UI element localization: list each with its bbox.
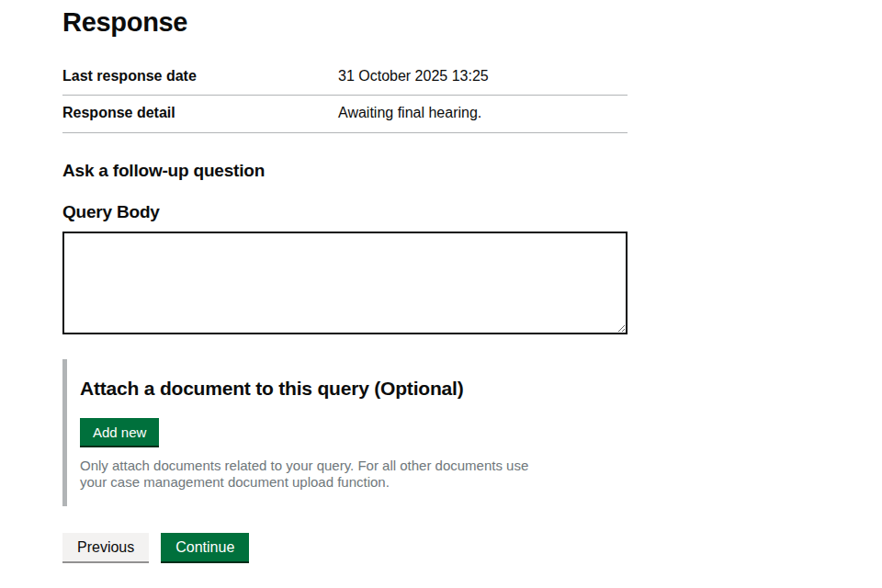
continue-button[interactable]: Continue xyxy=(161,533,249,561)
form-actions: Previous Continue xyxy=(62,533,628,561)
summary-row-response-detail: Response detail Awaiting final hearing. xyxy=(62,96,628,132)
add-new-button[interactable]: Add new xyxy=(80,418,159,446)
summary-label: Response detail xyxy=(62,105,338,121)
response-summary-list: Last response date 31 October 2025 13:25… xyxy=(62,59,628,133)
follow-up-heading: Ask a follow-up question xyxy=(62,133,628,181)
summary-value: Awaiting final hearing. xyxy=(338,105,628,121)
attach-document-heading: Attach a document to this query (Optiona… xyxy=(80,378,628,400)
summary-value: 31 October 2025 13:25 xyxy=(338,68,628,85)
page-title: Response xyxy=(62,0,628,38)
summary-row-last-response-date: Last response date 31 October 2025 13:25 xyxy=(62,59,628,96)
summary-label: Last response date xyxy=(62,68,338,85)
main-content: Response Last response date 31 October 2… xyxy=(62,0,628,588)
previous-button[interactable]: Previous xyxy=(62,533,149,561)
attach-document-hint: Only attach documents related to your qu… xyxy=(80,458,554,492)
attach-document-section: Attach a document to this query (Optiona… xyxy=(62,359,628,507)
query-body-label: Query Body xyxy=(62,202,628,222)
query-body-textarea[interactable] xyxy=(62,232,628,334)
